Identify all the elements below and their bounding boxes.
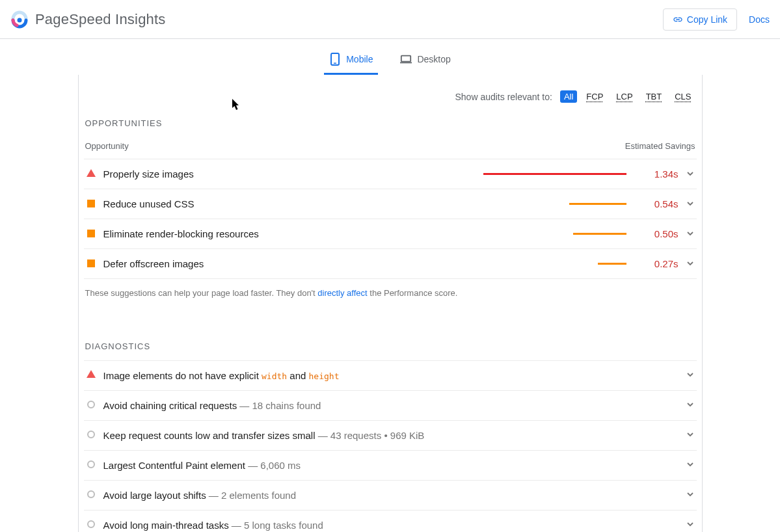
diagnostic-row[interactable]: Largest Contentful Paint element — 6,060… xyxy=(84,450,697,480)
pagespeed-logo-icon xyxy=(10,10,29,29)
opportunity-row[interactable]: Properly size images1.34s xyxy=(84,159,697,189)
info-circle-icon xyxy=(87,520,96,529)
savings-value: 0.54s xyxy=(647,198,679,209)
chevron-down-icon xyxy=(686,430,694,440)
diagnostic-text: Avoid chaining critical requests — 18 ch… xyxy=(103,400,679,411)
tab-mobile-label: Mobile xyxy=(346,54,373,64)
opportunity-name: Defer offscreen images xyxy=(103,258,476,269)
header-actions: Copy Link Docs xyxy=(663,8,770,31)
chevron-down-icon xyxy=(686,199,694,209)
link-icon xyxy=(673,14,683,25)
savings-bar xyxy=(483,203,626,205)
fail-triangle-icon xyxy=(87,371,96,380)
chevron-down-icon xyxy=(686,520,694,530)
cursor-icon xyxy=(232,99,241,111)
header: PageSpeed Insights Copy Link Docs xyxy=(0,0,780,39)
info-circle-icon xyxy=(87,401,96,410)
opportunities-title: OPPORTUNITIES xyxy=(84,116,697,137)
opportunity-name: Reduce unused CSS xyxy=(103,198,476,209)
diagnostic-row[interactable]: Image elements do not have explicit widt… xyxy=(84,360,697,390)
opportunity-column-header: Opportunity xyxy=(85,141,129,151)
diagnostic-text: Avoid long main-thread tasks — 5 long ta… xyxy=(103,520,679,531)
info-circle-icon xyxy=(87,431,96,440)
svg-rect-4 xyxy=(400,62,412,64)
chip-fcp[interactable]: FCP xyxy=(582,90,607,103)
opportunities-header: Opportunity Estimated Savings xyxy=(84,137,697,159)
diagnostic-row[interactable]: Keep request counts low and transfer siz… xyxy=(84,420,697,450)
caption-text: These suggestions can help your page loa… xyxy=(85,288,318,298)
chevron-down-icon xyxy=(686,229,694,239)
chevron-down-icon xyxy=(686,169,694,180)
caption-text: the Performance score. xyxy=(368,288,458,298)
brand-title: PageSpeed Insights xyxy=(35,11,166,28)
info-circle-icon xyxy=(87,460,96,470)
fail-triangle-icon xyxy=(87,170,96,179)
main-container: Show audits relevant to: All FCP LCP TBT… xyxy=(78,75,703,532)
chip-cls[interactable]: CLS xyxy=(671,90,695,103)
diagnostic-text: Image elements do not have explicit widt… xyxy=(103,370,679,381)
warn-square-icon xyxy=(87,230,96,239)
copy-link-label: Copy Link xyxy=(687,14,727,25)
savings-bar xyxy=(483,173,626,175)
device-tabs: Mobile Desktop xyxy=(0,39,780,75)
opportunities-caption: These suggestions can help your page loa… xyxy=(84,279,697,300)
opportunity-row[interactable]: Defer offscreen images0.27s xyxy=(84,248,697,279)
chevron-down-icon xyxy=(686,460,694,470)
chip-lcp[interactable]: LCP xyxy=(612,90,636,103)
diagnostics-title: DIAGNOSTICS xyxy=(84,339,697,360)
opportunities-list: Properly size images1.34sReduce unused C… xyxy=(84,159,697,279)
chevron-down-icon xyxy=(686,490,694,500)
savings-value: 0.27s xyxy=(647,258,679,269)
opportunity-row[interactable]: Eliminate render-blocking resources0.50s xyxy=(84,219,697,248)
opportunity-row[interactable]: Reduce unused CSS0.54s xyxy=(84,189,697,219)
tab-desktop-label: Desktop xyxy=(417,54,450,64)
desktop-icon xyxy=(400,53,412,65)
chevron-down-icon xyxy=(686,370,694,380)
chip-tbt[interactable]: TBT xyxy=(642,90,666,103)
opportunity-name: Properly size images xyxy=(103,168,476,180)
opportunity-name: Eliminate render-blocking resources xyxy=(103,228,476,239)
filter-label: Show audits relevant to: xyxy=(455,92,552,102)
mobile-icon xyxy=(329,53,341,65)
diagnostic-row[interactable]: Avoid chaining critical requests — 18 ch… xyxy=(84,390,697,420)
svg-rect-3 xyxy=(401,56,410,62)
savings-bar xyxy=(483,263,626,265)
directly-affect-link[interactable]: directly affect xyxy=(317,288,367,298)
diagnostic-row[interactable]: Avoid large layout shifts — 2 elements f… xyxy=(84,480,697,510)
svg-rect-2 xyxy=(334,63,336,64)
warn-square-icon xyxy=(87,200,96,209)
diagnostics-list: Image elements do not have explicit widt… xyxy=(84,360,697,533)
diagnostic-text: Largest Contentful Paint element — 6,060… xyxy=(103,460,679,471)
tab-mobile[interactable]: Mobile xyxy=(324,47,378,75)
chevron-down-icon xyxy=(686,259,694,269)
savings-value: 1.34s xyxy=(647,168,679,180)
svg-point-0 xyxy=(18,18,22,22)
warn-square-icon xyxy=(87,259,96,269)
tab-desktop[interactable]: Desktop xyxy=(395,47,455,75)
savings-bar xyxy=(483,233,626,235)
chevron-down-icon xyxy=(686,400,694,410)
filter-row: Show audits relevant to: All FCP LCP TBT… xyxy=(84,75,697,116)
savings-value: 0.50s xyxy=(647,228,679,239)
copy-link-button[interactable]: Copy Link xyxy=(663,8,737,31)
diagnostic-text: Keep request counts low and transfer siz… xyxy=(103,430,679,441)
logo-section: PageSpeed Insights xyxy=(10,10,166,29)
docs-link[interactable]: Docs xyxy=(749,14,770,25)
diagnostic-row[interactable]: Avoid long main-thread tasks — 5 long ta… xyxy=(84,510,697,533)
chip-all[interactable]: All xyxy=(560,90,577,103)
savings-column-header: Estimated Savings xyxy=(625,141,695,151)
diagnostic-text: Avoid large layout shifts — 2 elements f… xyxy=(103,490,679,501)
info-circle-icon xyxy=(87,490,96,499)
